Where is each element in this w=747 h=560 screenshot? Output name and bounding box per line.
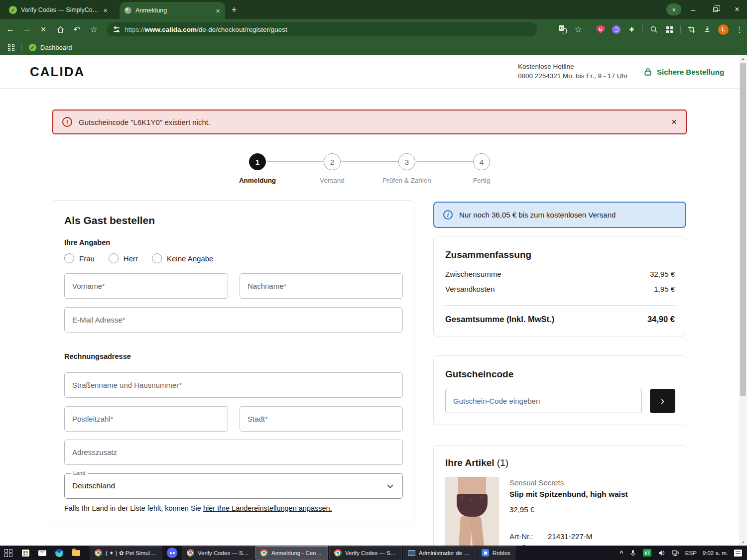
apps-grid-icon[interactable] [665,25,674,34]
apps-launcher-icon[interactable] [8,44,14,51]
taskbar-app-task-manager[interactable]: Administrador de tar... [403,546,476,560]
step-number: 3 [398,153,415,170]
country-select[interactable]: Land Deutschland [64,473,403,499]
secure-order-label: Sichere Bestellung [657,68,724,76]
translate-icon[interactable] [558,25,567,34]
taskbar-app-pet-simulator[interactable]: ( ✦ ) ✿ Pet Simulato... [90,546,162,560]
taskbar-edge-button[interactable] [51,546,68,560]
radio-circle-icon[interactable] [109,253,119,263]
url-text: https://www.calida.com/de-de/checkout/re… [124,26,287,33]
window-restore-button[interactable] [708,3,722,15]
system-tray: ^ 67 ESP 9:02 a. m. [620,549,747,557]
forward-icon[interactable]: → [20,19,33,40]
street-input[interactable] [64,372,403,398]
hotline-title: Kostenlose Hotline [518,62,628,71]
tray-expand-icon[interactable]: ^ [620,550,623,557]
voucher-code-input[interactable] [445,389,642,413]
product-image-leg [470,515,489,546]
bookmark-star-icon[interactable]: ☆ [87,19,100,40]
browser-toolbar: ← → × ↶ ☆ https://www.calida.com/de-de/c… [0,19,747,40]
site-settings-icon[interactable] [114,26,120,33]
email-input[interactable] [64,307,403,333]
start-icon [4,549,12,557]
items-title: Ihre Artikel (1) [445,457,508,468]
screenshot-crop-icon[interactable] [687,25,696,34]
guest-checkout-card: Als Gast bestellen Ihre Angaben Frau Her… [52,200,414,524]
clock[interactable]: 9:02 a. m. [703,550,728,556]
zip-input[interactable] [64,406,228,432]
stop-icon[interactable]: × [37,19,50,40]
taskbar-store-button[interactable] [17,546,34,560]
ublock-extension-icon[interactable]: U [596,25,605,34]
window-minimize-button[interactable]: – [686,3,700,15]
bookmarks-bar: ✓ Dashboard [0,40,747,55]
volume-icon[interactable] [657,549,665,557]
address-extra-input[interactable] [64,440,403,465]
summary-divider [445,305,675,306]
first-name-input[interactable] [64,273,228,299]
last-name-input[interactable] [240,273,403,299]
window-close-button[interactable]: × [730,3,744,15]
new-tab-button[interactable]: + [228,4,240,16]
task-label: Anmeldung - Cent B... [271,550,323,556]
back-icon[interactable]: ← [4,19,17,40]
taskbar-app-anmeldung[interactable]: Anmeldung - Cent B... [255,546,328,560]
task-label: ( ✦ ) ✿ Pet Simulato... [106,550,157,557]
taskbar-mail-button[interactable] [34,546,51,560]
taskbar-app-discord[interactable] [163,546,181,560]
error-close-icon[interactable]: × [671,116,677,127]
scrollbar-thumb[interactable] [740,63,746,396]
reload-icon[interactable]: ↶ [70,19,83,40]
extensions-puzzle-icon[interactable] [627,25,636,34]
microphone-icon[interactable] [629,549,637,557]
country-settings-link[interactable]: hier Ihre Ländereinstellungen anpassen. [203,504,332,512]
scroll-up-icon[interactable]: ▲ [739,55,747,62]
calida-logo[interactable]: CALIDA [30,64,85,80]
notification-center-icon[interactable] [734,550,742,557]
tab-close-icon[interactable]: × [216,6,220,15]
tab-close-icon[interactable]: × [103,6,108,14]
taskbar-app-verify-codes-2[interactable]: Verify Codes — Simp... [329,546,402,560]
taskbar-app-verify-codes-1[interactable]: Verify Codes — Simp... [182,546,254,560]
radio-circle-icon[interactable] [152,253,162,263]
radio-keine-angabe[interactable]: Keine Angabe [152,253,213,263]
tab-anmeldung[interactable]: Anmeldung × [120,2,225,19]
radio-herr[interactable]: Herr [109,253,138,263]
taskbar-explorer-button[interactable] [68,546,85,560]
bookmark-dashboard[interactable]: ✓ Dashboard [29,44,72,51]
language-indicator[interactable]: ESP [685,550,697,556]
home-icon[interactable] [54,19,67,40]
bookmark-page-icon[interactable]: ☆ [574,25,583,34]
download-icon[interactable] [703,25,712,34]
error-icon: ! [62,117,72,127]
battery-indicator[interactable]: 67 [643,549,651,557]
bookmark-label: Dashboard [40,44,72,51]
cart-items-card: Ihre Artikel (1) Sensual Secrets Slip mi… [433,445,686,546]
browser-menu-icon[interactable]: ⋮ [735,25,744,34]
voucher-submit-button[interactable]: › [650,389,675,413]
step-number: 2 [324,153,341,170]
city-input[interactable] [240,406,403,432]
search-icon[interactable] [649,25,658,34]
country-select-label: Land [71,470,88,476]
scroll-down-icon[interactable]: ▼ [739,539,747,546]
tab-verify-codes[interactable]: ✓ Verify Codes — SimplyCodes × [4,2,113,18]
task-manager-icon [408,550,415,556]
profile-avatar[interactable]: L [718,24,729,35]
toolbar-actions: ☆ U L ⋮ [558,19,744,40]
summary-total-row: Gesamtsumme (Inkl. MwSt.) 34,90 € [445,315,675,324]
radio-circle-icon[interactable] [64,253,74,263]
page-scrollbar[interactable]: ▲ ▼ [739,55,747,546]
product-image [445,477,499,546]
info-icon: i [443,210,453,220]
purple-extension-icon[interactable] [612,25,621,34]
address-bar[interactable]: https://www.calida.com/de-de/checkout/re… [107,22,537,36]
radio-frau[interactable]: Frau [64,253,95,263]
tab-search-button[interactable]: ∨ [666,3,681,15]
chevron-down-icon [387,484,393,488]
start-button[interactable] [0,546,17,560]
summary-row-shipping: Versandkosten 1,95 € [445,285,675,293]
step-label: Prüfen & Zahlen [367,177,447,184]
network-icon[interactable] [671,549,679,557]
taskbar-app-roblox[interactable]: Roblox [477,546,515,560]
